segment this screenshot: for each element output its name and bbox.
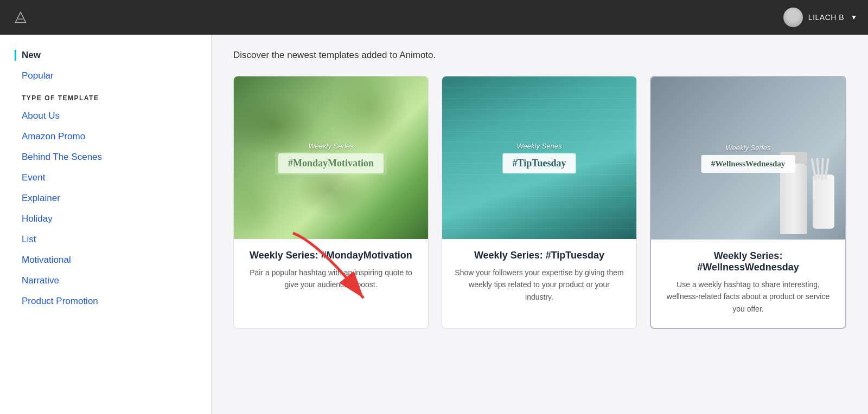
templates-wrapper: Weekly Series #MondayMotivation Weekly S…: [233, 76, 846, 329]
template-card-monday-motivation[interactable]: Weekly Series #MondayMotivation Weekly S…: [233, 76, 429, 329]
sidebar-item-new[interactable]: New: [15, 50, 189, 61]
weekly-series-label-1: Weekly Series: [278, 142, 384, 150]
hashtag-badge-3: #WellnessWednesday: [701, 155, 795, 173]
sidebar-item-popular[interactable]: Popular: [22, 70, 189, 81]
svg-marker-0: [15, 12, 25, 22]
sidebar-item-list[interactable]: List: [22, 234, 189, 245]
weekly-series-label-2: Weekly Series: [502, 142, 576, 150]
template-thumb-spa: Weekly Series #WellnessWednesday: [651, 77, 845, 240]
template-info-1: Weekly Series: #MondayMotivation Pair a …: [234, 239, 428, 304]
hashtag-badge-1: #MondayMotivation: [278, 153, 384, 173]
user-menu[interactable]: LILACH B ▼: [783, 8, 857, 27]
sidebar-item-holiday[interactable]: Holiday: [22, 214, 189, 224]
template-title-3: Weekly Series: #WellnessWednesday: [663, 250, 833, 273]
sidebar-item-product-promotion[interactable]: Product Promotion: [22, 296, 189, 307]
template-desc-3: Use a weekly hashtag to share interestin…: [663, 279, 833, 315]
sidebar-item-behind-scenes[interactable]: Behind The Scenes: [22, 152, 189, 163]
top-navigation: LILACH B ▼: [0, 0, 868, 35]
template-thumb-teal: Weekly Series #TipTuesday: [442, 76, 636, 239]
weekly-tag-3: Weekly Series #WellnessWednesday: [701, 144, 795, 173]
template-title-2: Weekly Series: #TipTuesday: [454, 250, 624, 261]
template-info-3: Weekly Series: #WellnessWednesday Use a …: [651, 240, 845, 328]
sidebar-item-amazon-promo[interactable]: Amazon Promo: [22, 131, 189, 142]
template-info-2: Weekly Series: #TipTuesday Show your fol…: [442, 239, 636, 316]
spa-tube: [780, 164, 807, 234]
sidebar-item-narrative[interactable]: Narrative: [22, 275, 189, 286]
sidebar: New Popular TYPE OF TEMPLATE About Us Am…: [0, 35, 212, 414]
type-of-template-label: TYPE OF TEMPLATE: [22, 94, 189, 102]
template-title-1: Weekly Series: #MondayMotivation: [246, 250, 416, 261]
template-thumb-green: Weekly Series #MondayMotivation: [234, 76, 428, 239]
sidebar-item-explainer[interactable]: Explainer: [22, 193, 189, 204]
sidebar-item-motivational[interactable]: Motivational: [22, 255, 189, 266]
page-description: Discover the newest templates added to A…: [233, 50, 846, 61]
page-layout: New Popular TYPE OF TEMPLATE About Us Am…: [0, 35, 868, 414]
cotton-swabs: [807, 158, 840, 180]
template-desc-2: Show your followers your expertise by gi…: [454, 267, 624, 303]
template-card-tip-tuesday[interactable]: Weekly Series #TipTuesday Weekly Series:…: [442, 76, 637, 329]
main-content: Discover the newest templates added to A…: [212, 35, 868, 414]
chevron-down-icon: ▼: [851, 14, 857, 21]
weekly-tag-1: Weekly Series #MondayMotivation: [278, 142, 384, 173]
avatar: [783, 8, 803, 27]
hashtag-badge-2: #TipTuesday: [502, 153, 576, 173]
template-card-wellness-wednesday[interactable]: Weekly Series #WellnessWednesday Weekly …: [650, 76, 846, 329]
template-desc-1: Pair a popular hashtag with an inspiring…: [246, 267, 416, 291]
templates-grid: Weekly Series #MondayMotivation Weekly S…: [233, 76, 846, 329]
username-label: LILACH B: [808, 13, 844, 22]
weekly-series-label-3: Weekly Series: [701, 144, 795, 152]
weekly-tag-2: Weekly Series #TipTuesday: [502, 142, 576, 173]
spa-bottle: [813, 174, 834, 229]
logo[interactable]: [11, 8, 30, 27]
sidebar-item-about-us[interactable]: About Us: [22, 111, 189, 121]
sidebar-item-event[interactable]: Event: [22, 172, 189, 183]
